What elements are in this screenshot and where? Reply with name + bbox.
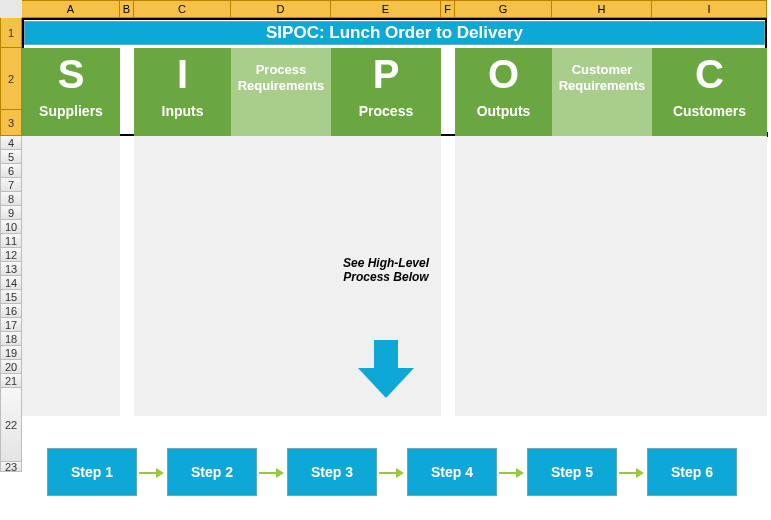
title-bar: SIPOC: Lunch Order to Delivery <box>24 21 765 45</box>
header-customers-label: Customers <box>652 98 767 124</box>
row-header-9[interactable]: 9 <box>0 206 22 220</box>
step-5-label: Step 5 <box>551 464 593 480</box>
row-header-7[interactable]: 7 <box>0 178 22 192</box>
row-header-17[interactable]: 17 <box>0 318 22 332</box>
step-5: Step 5 <box>527 448 617 496</box>
header-process-letter: P <box>331 48 441 94</box>
header-inputs-letter: I <box>134 48 231 94</box>
row-header-2[interactable]: 2 <box>0 48 22 110</box>
body-inputs <box>134 136 231 416</box>
grid-area[interactable]: SIPOC: Lunch Order to Delivery S Supplie… <box>22 18 771 520</box>
body-customers <box>652 136 767 416</box>
col-header-A[interactable]: A <box>22 0 120 18</box>
row-header-11[interactable]: 11 <box>0 234 22 248</box>
header-customer-req-l2: Requirements <box>559 78 646 93</box>
row-header-5[interactable]: 5 <box>0 150 22 164</box>
header-suppliers-label: Suppliers <box>22 98 120 124</box>
process-note-l1: See High-Level <box>343 256 429 270</box>
process-note-l2: Process Below <box>343 270 428 284</box>
row-header-20[interactable]: 20 <box>0 360 22 374</box>
col-header-I[interactable]: I <box>652 0 767 18</box>
header-outputs-letter: O <box>455 48 552 94</box>
row-header-12[interactable]: 12 <box>0 248 22 262</box>
title-text: SIPOC: Lunch Order to Delivery <box>266 23 523 43</box>
step-arrow-3 <box>379 468 404 478</box>
row-header-6[interactable]: 6 <box>0 164 22 178</box>
step-arrow-1 <box>139 468 164 478</box>
row-header-3[interactable]: 3 <box>0 110 22 136</box>
row-header-19[interactable]: 19 <box>0 346 22 360</box>
row-header-8[interactable]: 8 <box>0 192 22 206</box>
header-customers: C Customers <box>652 48 767 136</box>
header-inputs: I Inputs <box>134 48 231 136</box>
body-suppliers <box>22 136 120 416</box>
header-process-req-l2: Requirements <box>238 78 325 93</box>
row-header-16[interactable]: 16 <box>0 304 22 318</box>
header-process-req: Process Requirements <box>231 48 331 136</box>
col-header-H[interactable]: H <box>552 0 652 18</box>
body-outputs <box>455 136 552 416</box>
step-3: Step 3 <box>287 448 377 496</box>
header-suppliers: S Suppliers <box>22 48 120 136</box>
row-header-4[interactable]: 4 <box>0 136 22 150</box>
col-header-B[interactable]: B <box>120 0 134 18</box>
row-header-21[interactable]: 21 <box>0 374 22 388</box>
step-6-label: Step 6 <box>671 464 713 480</box>
header-outputs: O Outputs <box>455 48 552 136</box>
down-arrow-icon <box>358 340 414 398</box>
header-suppliers-letter: S <box>22 48 120 94</box>
row-header-14[interactable]: 14 <box>0 276 22 290</box>
header-outputs-label: Outputs <box>455 98 552 124</box>
row-header-22[interactable]: 22 <box>0 388 22 462</box>
column-headers: ABCDEFGHI <box>0 0 767 18</box>
header-process: P Process <box>331 48 441 136</box>
row-header-10[interactable]: 10 <box>0 220 22 234</box>
step-1-label: Step 1 <box>71 464 113 480</box>
step-1: Step 1 <box>47 448 137 496</box>
col-header-D[interactable]: D <box>231 0 331 18</box>
header-inputs-label: Inputs <box>134 98 231 124</box>
step-2: Step 2 <box>167 448 257 496</box>
header-customers-letter: C <box>652 48 767 94</box>
col-header-G[interactable]: G <box>455 0 552 18</box>
row-header-18[interactable]: 18 <box>0 332 22 346</box>
body-process-req <box>231 136 331 416</box>
step-6: Step 6 <box>647 448 737 496</box>
body-customer-req <box>552 136 652 416</box>
row-header-23[interactable]: 23 <box>0 462 22 472</box>
header-process-label: Process <box>331 98 441 124</box>
row-header-1[interactable]: 1 <box>0 18 22 48</box>
col-header-E[interactable]: E <box>331 0 441 18</box>
header-process-req-l1: Process <box>256 62 307 77</box>
header-customer-req-l1: Customer <box>572 62 633 77</box>
col-header-F[interactable]: F <box>441 0 455 18</box>
step-4-label: Step 4 <box>431 464 473 480</box>
step-arrow-4 <box>499 468 524 478</box>
step-arrow-2 <box>259 468 284 478</box>
header-customer-req: Customer Requirements <box>552 48 652 136</box>
spreadsheet: ABCDEFGHI 123456789101112131415161718192… <box>0 0 771 520</box>
col-header-C[interactable]: C <box>134 0 231 18</box>
row-headers: 1234567891011121314151617181920212223 <box>0 18 22 472</box>
step-3-label: Step 3 <box>311 464 353 480</box>
step-4: Step 4 <box>407 448 497 496</box>
step-2-label: Step 2 <box>191 464 233 480</box>
row-header-15[interactable]: 15 <box>0 290 22 304</box>
row-header-13[interactable]: 13 <box>0 262 22 276</box>
step-arrow-5 <box>619 468 644 478</box>
